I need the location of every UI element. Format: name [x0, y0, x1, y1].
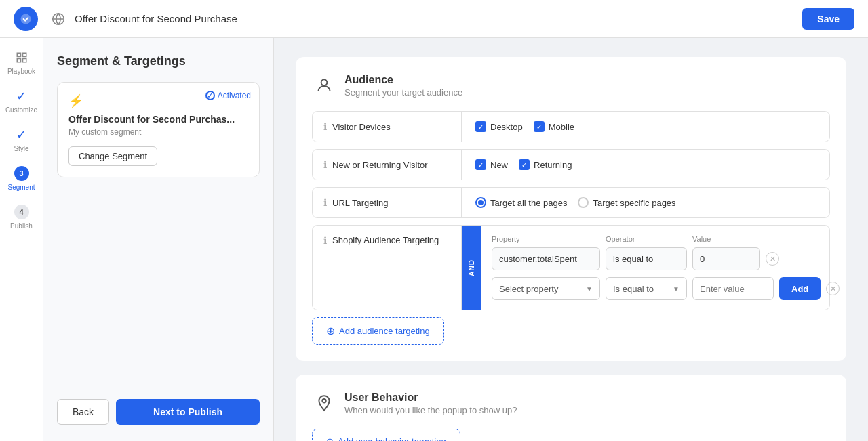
next-to-publish-button[interactable]: Next to Publish	[116, 399, 260, 425]
mobile-option[interactable]: ✓ Mobile	[534, 121, 574, 132]
prop-value-row-1: customer.totalSpent is equal to 0 ✕	[492, 247, 840, 270]
specific-pages-radio	[578, 197, 589, 208]
value-header: Value	[692, 235, 774, 243]
mobile-checkbox: ✓	[534, 121, 545, 132]
user-behavior-icon	[312, 391, 336, 415]
left-panel-title: Segment & Targetings	[57, 54, 260, 68]
chevron-down-icon-2: ▼	[673, 285, 679, 293]
sidebar-item-playbook[interactable]: Playbook	[0, 43, 43, 82]
and-label: AND	[468, 259, 475, 276]
bottom-buttons: Back Next to Publish	[57, 399, 260, 425]
audience-icon	[312, 73, 336, 98]
url-targeting-row: ℹ URL Targeting Target all the pages Tar…	[312, 187, 830, 218]
shopify-right: AND Property Operator Value	[462, 226, 850, 310]
info-icon-url: ℹ	[323, 197, 327, 208]
visitor-devices-text: Visitor Devices	[332, 122, 391, 132]
info-icon-returning: ℹ	[323, 159, 327, 170]
add-targeting-label: Add audience targeting	[339, 326, 430, 336]
add-behavior-label: Add user behavior targeting	[338, 436, 446, 441]
property-header: Property	[492, 235, 600, 243]
add-property-button[interactable]: Add	[779, 277, 821, 300]
svg-rect-4	[17, 59, 20, 62]
save-button[interactable]: Save	[802, 8, 854, 30]
visitor-devices-label: ℹ Visitor Devices	[313, 112, 462, 142]
activated-dot: ✓	[205, 91, 215, 100]
new-option[interactable]: ✓ New	[475, 159, 508, 170]
add-behavior-button[interactable]: ⊕ Add user behavior targeting	[312, 429, 460, 441]
user-behavior-subtitle: When would you like the popup to show up…	[344, 405, 517, 415]
remove-prop-button[interactable]: ✕	[766, 252, 779, 266]
new-returning-label: ℹ New or Returning Visitor	[313, 150, 462, 180]
svg-point-6	[321, 79, 328, 85]
user-behavior-section: User Behavior When would you like the po…	[296, 375, 846, 441]
all-pages-radio	[475, 197, 486, 208]
and-bar: AND	[462, 226, 481, 310]
segment-card: ✓ Activated ⚡ Offer Discount for Second …	[57, 82, 260, 177]
all-pages-option[interactable]: Target all the pages	[475, 197, 567, 208]
shopify-fields: Property Operator Value customer.totalSp…	[481, 226, 850, 310]
shopify-row-content: ℹ Shopify Audience Targeting AND	[313, 226, 829, 310]
new-returning-text: New or Returning Visitor	[332, 160, 428, 170]
app-logo	[14, 7, 38, 31]
main-content: Audience Segment your target audience ℹ …	[274, 38, 868, 441]
specific-pages-label: Target specific pages	[593, 198, 675, 208]
sidebar-label-publish: Publish	[10, 222, 33, 230]
user-behavior-title-block: User Behavior When would you like the po…	[344, 392, 517, 415]
desktop-checkbox: ✓	[475, 121, 486, 132]
svg-rect-2	[17, 53, 20, 56]
specific-pages-option[interactable]: Target specific pages	[578, 197, 675, 208]
returning-label: Returning	[534, 160, 572, 170]
sidebar-item-publish[interactable]: 4 Publish	[0, 198, 43, 236]
desktop-option[interactable]: ✓ Desktop	[475, 121, 523, 132]
page-title: Offer Discount for Second Purchase	[75, 13, 802, 24]
step-circle-segment: 3	[14, 166, 29, 181]
audience-subtitle: Segment your target audience	[344, 87, 462, 98]
sidebar-label-playbook: Playbook	[7, 68, 35, 75]
desktop-label: Desktop	[490, 122, 523, 132]
info-icon-shopify: ℹ	[323, 235, 327, 246]
select-property-dropdown[interactable]: Select property ▼	[492, 277, 600, 300]
sidebar-item-segment[interactable]: 3 Segment	[0, 159, 43, 198]
svg-point-7	[322, 399, 326, 402]
remove-row-button[interactable]: ✕	[826, 282, 840, 295]
operator-header: Operator	[606, 235, 687, 243]
audience-header: Audience Segment your target audience	[312, 73, 830, 98]
svg-rect-3	[22, 53, 26, 56]
returning-option[interactable]: ✓ Returning	[519, 159, 572, 170]
url-targeting-label: ℹ URL Targeting	[313, 188, 462, 217]
visitor-devices-row: ℹ Visitor Devices ✓ Desktop ✓ Mobile	[312, 111, 830, 142]
plus-icon-behavior: ⊕	[326, 436, 334, 441]
step-circle-publish: 4	[14, 205, 29, 219]
svg-rect-5	[22, 59, 26, 62]
sidebar-label-segment: Segment	[7, 184, 35, 191]
chevron-down-icon: ▼	[586, 285, 593, 293]
enter-value-input[interactable]	[692, 277, 774, 300]
info-icon-devices: ℹ	[323, 121, 327, 132]
visitor-devices-options: ✓ Desktop ✓ Mobile	[462, 112, 829, 142]
select-operator-dropdown[interactable]: Is equal to ▼	[606, 277, 687, 300]
shopify-label: ℹ Shopify Audience Targeting	[313, 226, 462, 310]
check-icon-customize: ✓	[14, 89, 29, 104]
segment-name: Offer Discount for Second Purchas...	[68, 114, 248, 125]
prop-headers: Property Operator Value	[492, 235, 840, 243]
back-button[interactable]: Back	[57, 399, 109, 425]
change-segment-button[interactable]: Change Segment	[68, 146, 157, 166]
add-audience-targeting-button[interactable]: ⊕ Add audience targeting	[312, 317, 444, 345]
shopify-label-text: Shopify Audience Targeting	[332, 235, 439, 245]
new-checkbox: ✓	[475, 159, 486, 170]
sidebar-item-customize[interactable]: ✓ Customize	[0, 82, 43, 121]
all-pages-label: Target all the pages	[490, 198, 567, 208]
new-returning-row: ℹ New or Returning Visitor ✓ New ✓ Retur…	[312, 149, 830, 180]
url-targeting-options: Target all the pages Target specific pag…	[462, 188, 829, 217]
user-behavior-title: User Behavior	[344, 392, 517, 404]
value-display: 0	[692, 247, 760, 270]
grid-icon	[14, 50, 29, 65]
sidebar-label-customize: Customize	[5, 106, 37, 114]
globe-icon	[49, 9, 68, 28]
check-icon-style: ✓	[14, 127, 29, 142]
topbar: Offer Discount for Second Purchase Save	[0, 0, 868, 38]
left-panel: Segment & Targetings ✓ Activated ⚡ Offer…	[43, 38, 274, 441]
returning-checkbox: ✓	[519, 159, 530, 170]
sidebar-item-style[interactable]: ✓ Style	[0, 121, 43, 159]
audience-section: Audience Segment your target audience ℹ …	[296, 57, 846, 361]
